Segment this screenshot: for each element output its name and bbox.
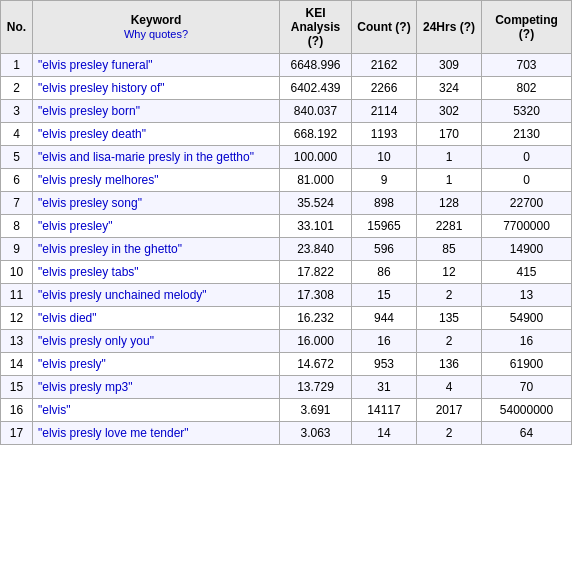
cell-no: 11 <box>1 284 33 307</box>
cell-competing: 5320 <box>482 100 572 123</box>
cell-24hrs: 128 <box>417 192 482 215</box>
cell-count: 14 <box>352 422 417 445</box>
cell-24hrs: 2017 <box>417 399 482 422</box>
table-header-row: No. Keyword Why quotes? KEI Analysis (?)… <box>1 1 572 54</box>
keyword-link[interactable]: "elvis presley song" <box>38 196 142 210</box>
cell-no: 7 <box>1 192 33 215</box>
keyword-link[interactable]: "elvis presly" <box>38 357 106 371</box>
cell-kei: 840.037 <box>280 100 352 123</box>
keyword-link[interactable]: "elvis" <box>38 403 71 417</box>
cell-competing: 54000000 <box>482 399 572 422</box>
cell-competing: 7700000 <box>482 215 572 238</box>
table-row: 4"elvis presley death"668.19211931702130 <box>1 123 572 146</box>
col-header-keyword-sub[interactable]: Why quotes? <box>124 28 188 40</box>
cell-no: 6 <box>1 169 33 192</box>
cell-24hrs: 170 <box>417 123 482 146</box>
keyword-link[interactable]: "elvis died" <box>38 311 97 325</box>
cell-24hrs: 136 <box>417 353 482 376</box>
cell-keyword: "elvis presly mp3" <box>33 376 280 399</box>
cell-24hrs: 2 <box>417 330 482 353</box>
keyword-link[interactable]: "elvis presley death" <box>38 127 146 141</box>
cell-competing: 0 <box>482 146 572 169</box>
col-header-kei: KEI Analysis (?) <box>280 1 352 54</box>
cell-count: 15 <box>352 284 417 307</box>
cell-competing: 802 <box>482 77 572 100</box>
table-row: 11"elvis presly unchained melody"17.3081… <box>1 284 572 307</box>
keyword-link[interactable]: "elvis presly unchained melody" <box>38 288 207 302</box>
cell-keyword: "elvis" <box>33 399 280 422</box>
cell-competing: 0 <box>482 169 572 192</box>
cell-kei: 3.063 <box>280 422 352 445</box>
keyword-link[interactable]: "elvis presley tabs" <box>38 265 139 279</box>
cell-count: 86 <box>352 261 417 284</box>
cell-competing: 2130 <box>482 123 572 146</box>
keyword-table: No. Keyword Why quotes? KEI Analysis (?)… <box>0 0 572 445</box>
table-row: 16"elvis"3.69114117201754000000 <box>1 399 572 422</box>
cell-competing: 70 <box>482 376 572 399</box>
keyword-link[interactable]: "elvis presley" <box>38 219 113 233</box>
cell-no: 15 <box>1 376 33 399</box>
cell-24hrs: 12 <box>417 261 482 284</box>
table-row: 2"elvis presley history of"6402.43922663… <box>1 77 572 100</box>
keyword-link[interactable]: "elvis presly love me tender" <box>38 426 189 440</box>
cell-kei: 81.000 <box>280 169 352 192</box>
cell-no: 13 <box>1 330 33 353</box>
table-row: 8"elvis presley"33.1011596522817700000 <box>1 215 572 238</box>
col-header-count: Count (?) <box>352 1 417 54</box>
cell-24hrs: 302 <box>417 100 482 123</box>
cell-count: 31 <box>352 376 417 399</box>
cell-no: 3 <box>1 100 33 123</box>
table-row: 3"elvis presley born"840.03721143025320 <box>1 100 572 123</box>
cell-keyword: "elvis presley tabs" <box>33 261 280 284</box>
cell-count: 953 <box>352 353 417 376</box>
cell-no: 9 <box>1 238 33 261</box>
cell-no: 17 <box>1 422 33 445</box>
cell-24hrs: 4 <box>417 376 482 399</box>
cell-kei: 668.192 <box>280 123 352 146</box>
cell-competing: 16 <box>482 330 572 353</box>
cell-keyword: "elvis presly" <box>33 353 280 376</box>
cell-no: 5 <box>1 146 33 169</box>
table-row: 9"elvis presley in the ghetto"23.8405968… <box>1 238 572 261</box>
cell-24hrs: 324 <box>417 77 482 100</box>
table-row: 13"elvis presly only you"16.00016216 <box>1 330 572 353</box>
keyword-link[interactable]: "elvis presley funeral" <box>38 58 153 72</box>
cell-count: 2266 <box>352 77 417 100</box>
table-row: 12"elvis died"16.23294413554900 <box>1 307 572 330</box>
cell-count: 16 <box>352 330 417 353</box>
cell-keyword: "elvis presly love me tender" <box>33 422 280 445</box>
cell-keyword: "elvis presley funeral" <box>33 54 280 77</box>
cell-24hrs: 2 <box>417 284 482 307</box>
cell-count: 10 <box>352 146 417 169</box>
col-header-competing: Competing (?) <box>482 1 572 54</box>
cell-keyword: "elvis presley history of" <box>33 77 280 100</box>
keyword-link[interactable]: "elvis and lisa-marie presly in the gett… <box>38 150 254 164</box>
cell-competing: 54900 <box>482 307 572 330</box>
cell-kei: 3.691 <box>280 399 352 422</box>
keyword-link[interactable]: "elvis presly mp3" <box>38 380 133 394</box>
col-header-no: No. <box>1 1 33 54</box>
keyword-link[interactable]: "elvis presley born" <box>38 104 140 118</box>
cell-kei: 100.000 <box>280 146 352 169</box>
col-header-24hrs: 24Hrs (?) <box>417 1 482 54</box>
cell-no: 2 <box>1 77 33 100</box>
cell-no: 16 <box>1 399 33 422</box>
keyword-link[interactable]: "elvis presley history of" <box>38 81 165 95</box>
keyword-link[interactable]: "elvis presly only you" <box>38 334 154 348</box>
table-row: 6"elvis presly melhores"81.000910 <box>1 169 572 192</box>
cell-no: 14 <box>1 353 33 376</box>
cell-kei: 6402.439 <box>280 77 352 100</box>
cell-kei: 16.232 <box>280 307 352 330</box>
cell-competing: 14900 <box>482 238 572 261</box>
col-header-keyword: Keyword Why quotes? <box>33 1 280 54</box>
table-row: 5"elvis and lisa-marie presly in the get… <box>1 146 572 169</box>
cell-keyword: "elvis and lisa-marie presly in the gett… <box>33 146 280 169</box>
cell-competing: 415 <box>482 261 572 284</box>
cell-no: 8 <box>1 215 33 238</box>
cell-no: 10 <box>1 261 33 284</box>
table-row: 1"elvis presley funeral"6648.99621623097… <box>1 54 572 77</box>
keyword-link[interactable]: "elvis presly melhores" <box>38 173 159 187</box>
keyword-link[interactable]: "elvis presley in the ghetto" <box>38 242 182 256</box>
cell-keyword: "elvis presley in the ghetto" <box>33 238 280 261</box>
cell-no: 4 <box>1 123 33 146</box>
